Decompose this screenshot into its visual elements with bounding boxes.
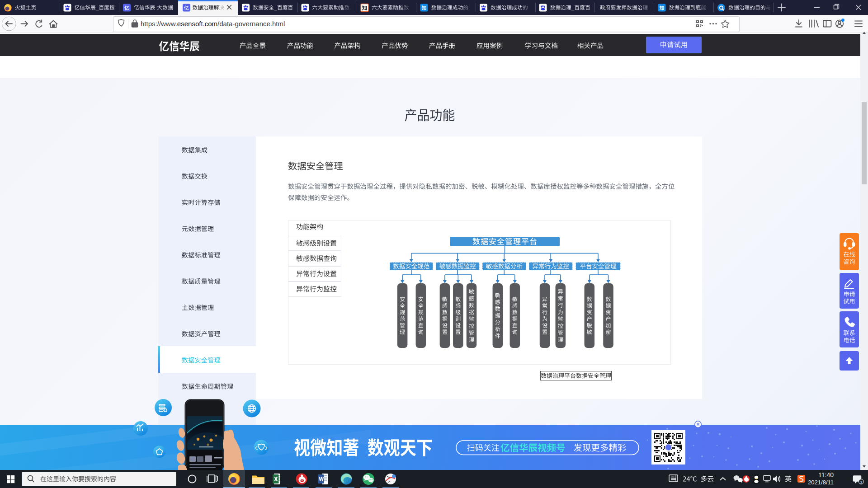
svg-text:1: 1 [860,479,862,484]
svg-text:https://www.esensoft.com/data-: https://www.esensoft.com/data-governance… [141,20,285,28]
svg-text:2021/8/11: 2021/8/11 [808,479,834,486]
svg-text:11:40: 11:40 [818,471,834,479]
